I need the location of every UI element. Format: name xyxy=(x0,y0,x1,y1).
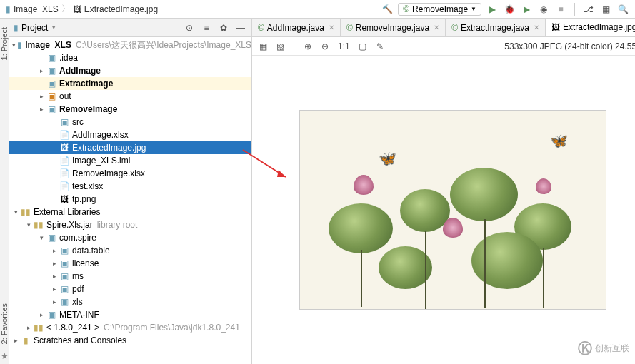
expand-icon[interactable]: ▸ xyxy=(25,324,32,331)
ratio-label[interactable]: 1:1 xyxy=(336,40,352,53)
tree-row[interactable]: 📄AddImage.xlsx xyxy=(9,128,251,141)
expand-icon[interactable]: ▸ xyxy=(51,285,58,293)
tree-item-label: pdf xyxy=(72,284,84,294)
expand-icon[interactable] xyxy=(51,118,58,126)
image-preview[interactable]: 🦋 🦋 xyxy=(299,110,606,310)
tree-row[interactable]: ▸▣ms xyxy=(9,270,251,283)
build-button[interactable]: 🔨 xyxy=(381,3,394,16)
tree-row[interactable]: ▸▣xls xyxy=(9,295,251,308)
divider xyxy=(574,3,575,16)
expand-icon[interactable]: ▸ xyxy=(51,273,58,280)
target-icon[interactable]: ⊙ xyxy=(183,21,196,34)
pkg-root[interactable]: ▾ ▣ com.spire xyxy=(9,231,251,244)
expand-icon[interactable] xyxy=(51,183,58,190)
project-tree[interactable]: ▾ ▮ Image_XLS C:\Users\这天很高兴\IdeaProject… xyxy=(9,37,251,364)
tree-row[interactable]: ▸▣out xyxy=(9,90,251,103)
editor-tab[interactable]: 🖼ExtractedImage.jpg✕ xyxy=(546,19,635,36)
eyedropper-icon[interactable]: ✎ xyxy=(374,40,386,53)
coverage-button[interactable]: ▶ xyxy=(520,3,533,16)
panel-title[interactable]: ▮ Project ▼ xyxy=(14,23,180,33)
file-xls-icon: 📄 xyxy=(59,168,69,178)
tree-row[interactable]: ▣.idea xyxy=(9,51,251,64)
editor-tab[interactable]: ©ExtractImage.java✕ xyxy=(446,19,546,36)
tree-root[interactable]: ▾ ▮ Image_XLS C:\Users\这天很高兴\IdeaProject… xyxy=(9,39,251,51)
stop-button[interactable]: ■ xyxy=(554,3,567,16)
tree-row[interactable]: 🖼ExtractedImage.jpg xyxy=(9,141,251,154)
external-libraries[interactable]: ▾ ▮▮ External Libraries xyxy=(9,206,251,218)
lib-jar[interactable]: ▾ ▮▮ Spire.Xls.jar library root xyxy=(9,218,251,231)
tree-row[interactable]: 🖼tp.png xyxy=(9,193,251,206)
expand-icon[interactable] xyxy=(38,80,45,87)
gutter-favorites[interactable]: 2: Favorites xyxy=(0,303,9,344)
meta-inf[interactable]: ▸ ▣ META-INF xyxy=(9,308,251,321)
gutter-project[interactable]: 1: Project xyxy=(0,27,9,60)
search-button[interactable]: 🔍 xyxy=(616,3,629,16)
zoom-out-icon[interactable]: ⊖ xyxy=(319,40,331,53)
tab-label: AddImage.java xyxy=(267,23,324,33)
expand-icon[interactable]: ▸ xyxy=(51,247,58,254)
tree-row[interactable]: ▸▣data.table xyxy=(9,244,251,257)
folder-orange-icon: ▣ xyxy=(46,91,56,101)
expand-icon[interactable] xyxy=(51,196,58,203)
package-icon: ▣ xyxy=(59,284,69,294)
breadcrumb-file[interactable]: 🖼 ExtractedImage.jpg xyxy=(73,4,158,14)
expand-icon[interactable]: ▾ xyxy=(12,208,19,216)
tree-row[interactable]: 📄Image_XLS.iml xyxy=(9,154,251,167)
close-icon[interactable]: ✕ xyxy=(434,24,439,31)
tree-row[interactable]: ▣src xyxy=(9,116,251,128)
expand-icon[interactable] xyxy=(51,157,58,164)
structure-button[interactable]: ▦ xyxy=(599,3,612,16)
expand-icon[interactable] xyxy=(51,144,58,151)
close-icon[interactable]: ✕ xyxy=(329,24,334,31)
grid-icon[interactable]: ▧ xyxy=(274,40,286,53)
expand-icon[interactable] xyxy=(51,170,58,177)
debug-button[interactable]: 🐞 xyxy=(503,3,516,16)
tree-row[interactable]: 📄test.xlsx xyxy=(9,180,251,193)
project-icon: ▮ xyxy=(14,23,19,33)
expand-icon[interactable]: ▸ xyxy=(38,93,45,100)
tree-row[interactable]: ▣ExtractImage xyxy=(9,77,251,90)
expand-icon[interactable]: ▾ xyxy=(12,41,16,49)
package-icon: ▣ xyxy=(59,246,69,256)
expand-icon[interactable]: ▾ xyxy=(25,221,32,228)
checker-bg-icon[interactable]: ▦ xyxy=(256,40,269,53)
expand-icon[interactable]: ▸ xyxy=(12,337,19,344)
editor-tab[interactable]: ©AddImage.java✕ xyxy=(252,19,341,36)
expand-icon[interactable] xyxy=(38,54,45,61)
expand-icon[interactable]: ▸ xyxy=(51,260,58,267)
hide-panel-icon[interactable]: — xyxy=(234,21,247,34)
tree-row[interactable]: ▸▣license xyxy=(9,257,251,270)
file-xls-icon: 📄 xyxy=(59,130,69,140)
module-icon: ▮ xyxy=(17,40,22,50)
expand-icon[interactable]: ▸ xyxy=(38,67,45,74)
expand-icon[interactable]: ▸ xyxy=(38,311,45,318)
jdk-row[interactable]: ▸ ▮▮ < 1.8.0_241 > C:\Program Files\Java… xyxy=(9,321,251,334)
tree-row[interactable]: ▸▣AddImage xyxy=(9,64,251,77)
breadcrumb-root[interactable]: ▮ Image_XLS xyxy=(6,4,59,14)
tree-row[interactable]: ▸▣RemoveImage xyxy=(9,103,251,116)
gear-icon[interactable]: ✿ xyxy=(217,21,230,34)
profiler-button[interactable]: ◉ xyxy=(537,3,550,16)
tree-root-name: Image_XLS xyxy=(25,40,71,50)
close-icon[interactable]: ✕ xyxy=(534,24,539,31)
run-button[interactable]: ▶ xyxy=(486,3,499,16)
editor-tabs: ©AddImage.java✕©RemoveImage.java✕©Extrac… xyxy=(252,19,635,37)
zoom-in-icon[interactable]: ⊕ xyxy=(301,40,314,53)
expand-icon[interactable]: ▸ xyxy=(51,298,58,305)
panel-header: ▮ Project ▼ ⊙ ≡ ✿ — xyxy=(9,19,251,37)
package-icon: ▣ xyxy=(59,297,69,307)
git-button[interactable]: ⎇ xyxy=(582,3,595,16)
expand-icon[interactable] xyxy=(51,131,58,138)
tree-item-label: RemoveImage.xlsx xyxy=(72,168,145,178)
divider xyxy=(294,40,294,53)
image-viewer-toolbar: ▦ ▧ ⊕ ⊖ 1:1 ▢ ✎ 533x300 JPEG (24-bit col… xyxy=(252,37,635,56)
editor-tab[interactable]: ©RemoveImage.java✕ xyxy=(341,19,446,36)
expand-icon[interactable]: ▾ xyxy=(38,234,45,241)
tree-row[interactable]: 📄RemoveImage.xlsx xyxy=(9,167,251,180)
tree-row[interactable]: ▸▣pdf xyxy=(9,283,251,295)
collapse-icon[interactable]: ≡ xyxy=(200,21,213,34)
scratches-row[interactable]: ▸ ▮ Scratches and Consoles xyxy=(9,334,251,347)
expand-icon[interactable]: ▸ xyxy=(38,106,45,113)
run-config-select[interactable]: © RemoveImage ▼ xyxy=(398,3,481,16)
fit-icon[interactable]: ▢ xyxy=(356,40,369,53)
